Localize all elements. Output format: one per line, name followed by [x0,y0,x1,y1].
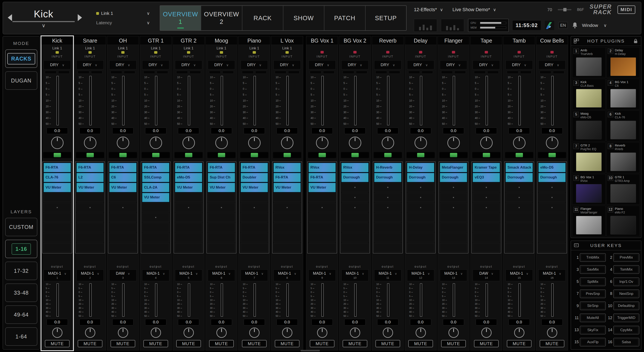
output-fader-value[interactable]: 0.0 [377,319,398,325]
fader-track[interactable] [254,76,256,125]
mute-button[interactable]: MUTE [408,340,433,347]
channel-on-button[interactable] [374,152,402,158]
plugin-slot-empty[interactable] [374,243,402,252]
channel-strip-kick[interactable]: Kick Link 1 INPUT DRY 105051020304050 0.… [41,36,73,350]
hot-plugin-thumbnail[interactable] [610,89,636,108]
hot-plugin-slot-1[interactable]: 1 Amb TrueVerb [572,47,606,78]
fader-track[interactable] [354,76,356,125]
plugin-slot-empty[interactable] [308,223,336,232]
dry-wet-dropdown[interactable]: DRY [208,60,235,69]
dry-wet-dropdown[interactable]: DRY [274,60,301,69]
input-fader-value[interactable]: 0.0 [80,128,101,134]
fader-track[interactable] [89,283,92,317]
dry-wet-dropdown[interactable]: DRY [407,60,434,69]
channel-on-button[interactable] [538,152,566,158]
fader-track[interactable] [122,283,124,317]
channel-strip-tamb[interactable]: Tamb INPUT DRY 105051020304050 0.0 Smack… [503,36,535,350]
plugin-slot-empty[interactable] [208,213,235,222]
output-fader-value[interactable]: 0.0 [211,319,232,325]
dry-wet-dropdown[interactable]: DRY [341,60,368,69]
sidebar-item-33-48[interactable]: 33-48 [5,283,37,302]
meter-mode-tabs[interactable] [540,71,564,74]
output-pan-knob[interactable] [514,327,524,338]
plugin-slot-empty[interactable] [44,233,71,242]
plugin-slot-empty[interactable] [538,243,566,252]
fader-track[interactable] [286,76,289,125]
fader-track[interactable] [321,76,324,125]
plugin-slot-empty[interactable] [241,233,268,242]
fader-track[interactable] [551,283,554,317]
channel-strip-gtr-1[interactable]: GTR 1 Link 1 INPUT DRY 105051020304050 0… [140,36,172,350]
channel-strip-reverb[interactable]: Reverb INPUT DRY 105051020304050 0.0 H-R… [372,36,404,350]
fader-track[interactable] [221,283,223,317]
output-pan-knob[interactable] [151,327,161,338]
sidebar-item-49-64[interactable]: 49-64 [5,305,37,324]
fader-track[interactable] [188,76,190,125]
grid-view-icon[interactable] [574,38,579,44]
channel-link-row[interactable] [405,45,436,55]
channel-link-row[interactable] [504,45,535,55]
plugin-slot-empty[interactable] [208,223,235,232]
user-key-9[interactable]: StrSnp [580,301,606,310]
output-fader-value[interactable]: 0.0 [276,319,298,325]
plugin-slot-empty[interactable] [374,183,402,192]
input-pan-knob[interactable] [248,137,260,149]
fader-track[interactable] [518,76,521,125]
session-dropdown[interactable]: Live Show Demo* [452,7,496,13]
channel-strip-delay[interactable]: Delay INPUT DRY 105051020304050 0.0 H-De… [405,36,437,350]
plugin-slot-empty[interactable] [142,203,169,212]
plugin-slot-empty[interactable] [109,193,136,202]
hot-plugin-thumbnail[interactable] [610,152,636,171]
plugin-slot-veq3[interactable]: vEQ3 [473,173,500,182]
plugin-slot-f6-rta[interactable]: F6-RTA [175,163,202,172]
output-routing-dropdown[interactable]: MADI-1 9 [308,269,336,281]
mute-button[interactable]: MUTE [78,340,102,347]
tab-setup[interactable]: SETUP [365,6,406,30]
plugin-slot-empty[interactable] [175,223,202,232]
hot-plugin-thumbnail[interactable] [610,216,636,234]
user-key-3[interactable]: SaxMix [580,265,606,274]
input-fader-meter[interactable]: 105051020304050 [440,75,468,126]
waves-soundgrid-logo-icon[interactable] [544,21,554,30]
plugin-slot-emo-d5[interactable]: eMo-D5 [175,173,202,182]
plugin-slot-empty[interactable] [440,213,467,222]
plugin-slot-empty[interactable] [341,193,368,202]
output-pan-knob[interactable] [184,327,194,338]
input-fader-value[interactable]: 0.0 [312,128,333,134]
plugin-slot-sup-dist-ch[interactable]: Sup Dist Ch [208,173,235,182]
plugin-slot-rvox[interactable]: RVox [274,163,301,172]
fader-track[interactable] [420,283,422,317]
output-pan-knob[interactable] [52,327,62,338]
plugin-slot-rvox[interactable]: RVox [341,163,368,172]
plugin-slot-empty[interactable] [341,233,368,242]
plugin-slot-empty[interactable] [440,193,467,202]
output-routing-dropdown[interactable]: MADI-1 2 [76,269,104,281]
channel-strip-moog[interactable]: Moog Link 1 INPUT DRY 105051020304050 0.… [206,36,238,350]
sidebar-item-1-16[interactable]: 1-16 [5,240,37,258]
input-fader-value[interactable]: 0.0 [508,128,530,134]
rack-preset-dropdown[interactable]: 12-Effects* [414,7,443,13]
dry-wet-dropdown[interactable]: DRY [241,60,268,69]
plugin-slot-empty[interactable] [76,203,104,212]
output-routing-dropdown[interactable]: MADI-1 8 [274,269,301,281]
fader-track[interactable] [122,76,124,125]
plugin-slot-empty[interactable] [175,193,202,202]
plugin-slot-f6-rta[interactable]: F6-RTA [274,173,301,182]
plugin-slot-empty[interactable] [440,243,467,252]
input-fader-meter[interactable]: 105051020304050 [406,75,435,126]
mute-button[interactable]: MUTE [507,340,532,347]
input-fader-meter[interactable]: 105051020304050 [142,75,170,126]
prev-channel-arrow-icon[interactable] [8,14,12,21]
fader-track[interactable] [453,283,455,317]
input-fader-value[interactable]: 0.0 [112,128,134,134]
input-fader-meter[interactable]: 105051020304050 [505,75,533,126]
channel-strip-oh[interactable]: OH Link 1 INPUT DRY 105051020304050 0.0 … [107,36,139,350]
hot-plugin-slot-4[interactable]: 4 BG Vox 1 C6 [606,79,640,110]
input-fader-meter[interactable]: 105051020304050 [374,75,402,126]
sidebar-item-1-64[interactable]: 1-64 [5,327,37,346]
mute-button[interactable]: MUTE [45,340,70,347]
dry-wet-dropdown[interactable]: DRY [308,60,336,69]
dry-wet-dropdown[interactable]: DRY [109,60,136,69]
output-pan-knob[interactable] [282,327,292,338]
output-pan-knob[interactable] [416,327,426,338]
